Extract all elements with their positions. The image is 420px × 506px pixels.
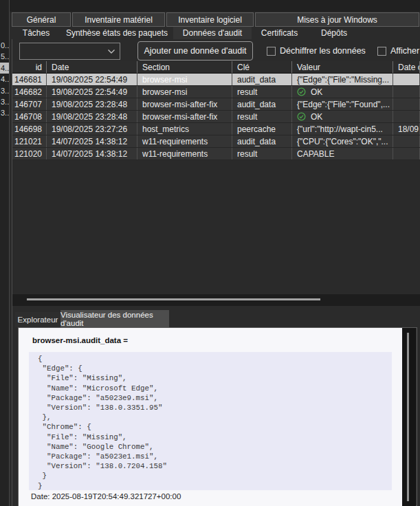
grid-header-row: id Date Section Clé Valeur Date c: [12, 61, 420, 74]
checkbox-icon: [267, 47, 276, 56]
cell-section: browser-msi: [137, 86, 232, 98]
cell-id: 146707: [12, 98, 47, 110]
list-item[interactable]: 3..: [0, 107, 9, 118]
checkbox-label: Déchiffrer les données: [280, 46, 366, 56]
cell-id: 121020: [12, 148, 47, 160]
checkbox-label: Afficher: [390, 46, 419, 56]
column-header-date-c[interactable]: Date c: [393, 61, 420, 74]
column-header-cle[interactable]: Clé: [232, 61, 292, 74]
cell-section: w11-requirements: [137, 148, 232, 160]
list-item-selected[interactable]: 4..: [0, 63, 9, 74]
cell-key: audit_data: [232, 135, 292, 147]
vertical-scrollbar[interactable]: [402, 328, 416, 506]
cell-value: OK: [292, 86, 393, 98]
cell-section: browser-msi-after-fix: [137, 111, 232, 122]
column-header-valeur[interactable]: Valeur: [292, 61, 393, 74]
cell-id: 146682: [12, 86, 47, 98]
add-audit-data-button[interactable]: Ajouter une donnée d'audit: [137, 41, 253, 60]
cell-date: 14/07/2025 14:38:12: [47, 148, 137, 160]
table-row[interactable]: 146698 19/08/2025 23:27:26 host_metrics …: [12, 123, 420, 135]
check-circle-icon: [297, 87, 306, 96]
cell-id: 121021: [12, 135, 47, 147]
checkbox-icon: [377, 47, 386, 56]
ok-label: OK: [311, 112, 322, 122]
table-row[interactable]: 146708 19/08/2025 23:28:48 browser-msi-a…: [12, 111, 420, 123]
column-header-id[interactable]: id: [12, 61, 47, 74]
cell-extra: [393, 74, 420, 85]
viewer-title: browser-msi.audit_data =: [32, 336, 128, 344]
cell-value: {"Edge":{"File":"Found",...: [292, 98, 393, 110]
cell-date: 19/08/2025 22:54:49: [47, 74, 137, 85]
cell-value: {"CPU":{"Cores":"OK","...: [292, 135, 393, 147]
cell-date: 19/08/2025 23:28:48: [47, 111, 137, 122]
column-header-section[interactable]: Section: [137, 61, 232, 74]
tab-visualisateur-donnees-audit[interactable]: Visualisateur des données d'audit: [60, 310, 169, 327]
cell-section: host_metrics: [137, 123, 232, 135]
tab-synthese-paquets[interactable]: Synthèse états des paquets: [60, 27, 173, 39]
cell-date: 19/08/2025 22:54:49: [47, 86, 137, 98]
audit-data-window: 0.. 5.. 4.. 4.. 3.. 3.. 3.. Général Inve…: [0, 0, 420, 506]
cell-date: 19/08/2025 23:28:48: [47, 98, 137, 110]
json-content: { "Edge": { "File": "Missing", "Name": "…: [29, 352, 392, 490]
cell-key: result: [232, 86, 292, 98]
top-band: [0, 0, 420, 12]
audit-data-grid: id Date Section Clé Valeur Date c 146681…: [12, 61, 420, 294]
ok-label: OK: [311, 87, 322, 97]
cell-value: CAPABLE: [292, 148, 393, 160]
cell-extra: [393, 86, 420, 98]
tab-depots[interactable]: Dépôts: [307, 27, 361, 39]
cell-id: 146708: [12, 111, 47, 122]
table-row[interactable]: 121021 14/07/2025 14:38:12 w11-requireme…: [12, 135, 420, 148]
list-item[interactable]: 4..: [0, 74, 9, 85]
cell-date: 14/07/2025 14:38:12: [47, 135, 137, 147]
cell-key: result: [232, 111, 292, 122]
json-content-box: { "Edge": { "File": "Missing", "Name": "…: [29, 352, 392, 490]
audit-filter-combobox[interactable]: [19, 43, 120, 60]
left-hosts-list: 0.. 5.. 4.. 4.. 3.. 3.. 3..: [0, 40, 9, 119]
cell-section: browser-msi-after-fix: [137, 98, 232, 110]
cell-section: browser-msi: [137, 74, 232, 85]
cell-section: w11-requirements: [137, 135, 232, 147]
list-item[interactable]: 3..: [0, 85, 9, 96]
cell-id: 146681: [12, 74, 47, 85]
viewer-date-line: Date: 2025-08-19T20:54:49.321727+00:00: [31, 492, 181, 500]
left-hosts-strip: 0.. 5.. 4.. 4.. 3.. 3.. 3..: [0, 0, 10, 506]
cell-extra: [393, 135, 420, 147]
vertical-scrollbar-thumb[interactable]: [407, 333, 409, 501]
tab-mises-a-jour-windows[interactable]: Mises à jour Windows: [255, 12, 419, 27]
cell-value: {"url":"http://wapt-cin5...: [292, 123, 393, 135]
tab-certificats[interactable]: Certificats: [252, 27, 307, 39]
chevron-down-icon: [107, 49, 115, 54]
cell-date: 19/08/2025 23:27:26: [47, 123, 137, 135]
list-item[interactable]: 3..: [0, 96, 9, 107]
show-checkbox[interactable]: Afficher: [377, 42, 419, 60]
tab-inventaire-materiel[interactable]: Inventaire matériel: [72, 12, 165, 27]
cell-extra: [393, 111, 420, 122]
table-row[interactable]: 146681 19/08/2025 22:54:49 browser-msi a…: [12, 74, 420, 86]
check-circle-icon: [297, 112, 306, 121]
decrypt-data-checkbox[interactable]: Déchiffrer les données: [267, 42, 366, 60]
cell-key: audit_data: [232, 74, 292, 85]
tab-taches[interactable]: Tâches: [12, 27, 60, 39]
tab-general[interactable]: Général: [12, 12, 71, 27]
table-row[interactable]: 146707 19/08/2025 23:28:48 browser-msi-a…: [12, 98, 420, 111]
table-row[interactable]: 121020 14/07/2025 14:38:12 w11-requireme…: [12, 148, 420, 160]
table-row[interactable]: 146682 19/08/2025 22:54:49 browser-msi r…: [12, 86, 420, 98]
cell-extra: [393, 148, 420, 160]
horizontal-scrollbar-thumb[interactable]: [27, 298, 320, 300]
cell-extra: [393, 98, 420, 110]
cell-id: 146698: [12, 123, 47, 135]
cell-key: audit_data: [232, 98, 292, 110]
list-item[interactable]: 5..: [0, 51, 9, 62]
horizontal-scrollbar[interactable]: [12, 294, 420, 306]
cell-value: OK: [292, 111, 393, 122]
tab-donnees-audit[interactable]: Données d'audit: [173, 27, 252, 39]
column-header-date[interactable]: Date: [47, 61, 137, 74]
cell-key: result: [232, 148, 292, 160]
cell-value: {"Edge":{"File":"Missing...: [292, 74, 393, 85]
cell-extra: 18/09: [393, 123, 420, 135]
tab-inventaire-logiciel[interactable]: Inventaire logiciel: [166, 12, 254, 27]
list-item[interactable]: 0..: [0, 40, 9, 51]
cell-key: peercache: [232, 123, 292, 135]
tab-explorateur[interactable]: Explorateur: [15, 312, 60, 327]
